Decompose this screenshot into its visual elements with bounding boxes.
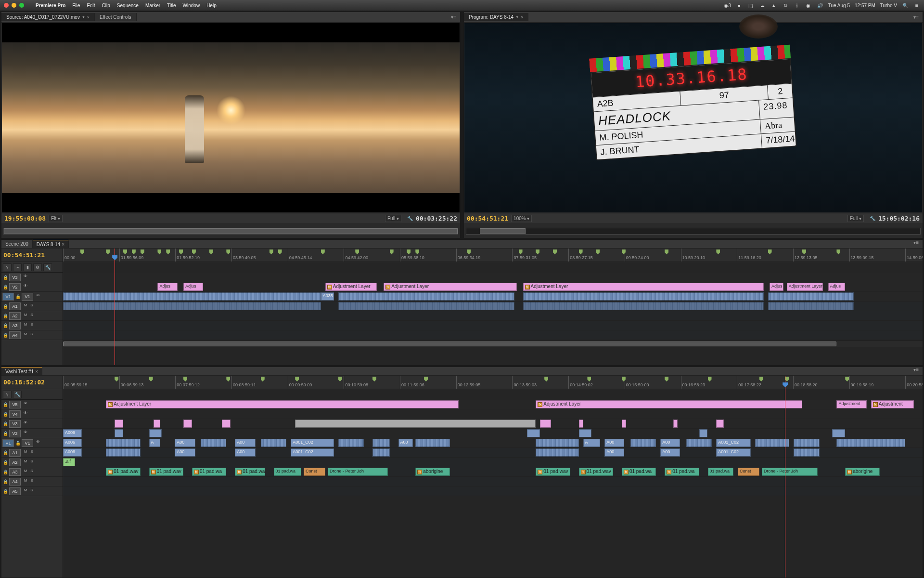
panel-menu-icon[interactable]: ▾≡: [447, 14, 460, 20]
video-clips[interactable]: [63, 292, 321, 301]
source-viewer[interactable]: [2, 23, 460, 212]
eye-icon[interactable]: 👁: [23, 411, 28, 418]
dropbox-icon[interactable]: ⬚: [747, 3, 754, 8]
clip[interactable]: [836, 439, 905, 447]
program-scrollbar[interactable]: [464, 223, 923, 238]
clip[interactable]: [415, 439, 449, 447]
menu-sequence[interactable]: Sequence: [117, 3, 139, 8]
clip[interactable]: [630, 439, 656, 447]
clip[interactable]: A006: [63, 448, 82, 457]
program-tab[interactable]: Program: DAYS 8-14 ▼ ×: [464, 13, 528, 21]
panel-menu-icon[interactable]: ▾≡: [910, 367, 923, 375]
record-icon[interactable]: ●: [736, 3, 743, 8]
clip-adjustment[interactable]: Adjus: [828, 283, 846, 291]
tab-vashi-test[interactable]: Vashi Test #1×: [1, 367, 42, 375]
clip[interactable]: [261, 439, 287, 447]
app-name[interactable]: Premiere Pro: [36, 3, 65, 8]
clip[interactable]: 01 pad.wa: [708, 468, 734, 476]
clip[interactable]: A00: [604, 448, 624, 457]
track-header-v3[interactable]: 🔒V3👁: [1, 273, 63, 282]
clip[interactable]: [716, 420, 724, 428]
audio-clips[interactable]: [523, 302, 764, 310]
track-v1[interactable]: A006 A A00 A00 A001_C02 A00 A: [63, 438, 923, 448]
tab-days-8-14[interactable]: DAYS 8-14×: [33, 240, 69, 248]
clip-adjustment[interactable]: fxAdjustment Layer: [536, 400, 802, 408]
menu-edit[interactable]: Edit: [87, 3, 95, 8]
clip-adjustment[interactable]: fxAdjustment Layer: [384, 283, 517, 291]
clip[interactable]: [106, 439, 140, 447]
video-clips[interactable]: [338, 292, 514, 301]
clip[interactable]: [115, 420, 123, 428]
settings-icon[interactable]: ⚙: [33, 263, 42, 271]
clip[interactable]: A: [149, 439, 160, 447]
clip[interactable]: Const: [738, 468, 759, 476]
track-a3[interactable]: [63, 321, 923, 330]
volume-icon[interactable]: 🔊: [817, 3, 823, 8]
clip[interactable]: [579, 420, 583, 428]
track-v1[interactable]: A035: [63, 292, 923, 302]
notifications-icon[interactable]: ≡: [913, 3, 920, 8]
tab-scene-200[interactable]: Scene 200: [1, 240, 33, 248]
clip[interactable]: fx01 pad.wav: [106, 468, 140, 476]
menu-file[interactable]: File: [72, 3, 80, 8]
minimize-window-icon[interactable]: [12, 3, 16, 8]
clip[interactable]: fxaborigine: [415, 468, 449, 476]
eye-icon[interactable]: 👁: [23, 420, 28, 427]
clip-adjustment[interactable]: fxAdjustment: [871, 400, 914, 408]
clip-adjustment[interactable]: Adjustment: [836, 400, 867, 408]
effect-controls-tab[interactable]: Effect Controls: [95, 13, 136, 21]
clip[interactable]: [115, 429, 123, 437]
clip[interactable]: [686, 439, 712, 447]
clip[interactable]: [527, 429, 540, 437]
snap-icon[interactable]: ⤣: [3, 391, 12, 398]
close-icon[interactable]: ×: [87, 15, 90, 20]
clip[interactable]: fx01 pad.wa: [665, 468, 699, 476]
track-header-v2[interactable]: 🔒V2👁: [1, 282, 63, 292]
wrench-icon[interactable]: 🔧: [870, 216, 875, 221]
track-header-a1[interactable]: 🔒A1MS: [1, 448, 63, 458]
close-icon[interactable]: ×: [521, 15, 523, 20]
cloud-icon[interactable]: ☁: [759, 3, 766, 8]
track-v4[interactable]: [63, 409, 923, 419]
source-timecode-dur[interactable]: 00:03:25:22: [416, 215, 457, 222]
snap-icon[interactable]: ⤣: [3, 263, 12, 271]
panel-menu-icon[interactable]: ▾≡: [910, 14, 923, 20]
track-v2[interactable]: A006: [63, 429, 923, 438]
track-v2[interactable]: Adjus Adjus fxAdjustment Layer fxAdjustm…: [63, 282, 923, 292]
track-a1[interactable]: [63, 302, 923, 311]
menu-window[interactable]: Window: [183, 3, 200, 8]
clip[interactable]: A00: [660, 439, 680, 447]
chevron-down-icon[interactable]: ▼: [82, 15, 85, 19]
clip[interactable]: [295, 420, 536, 428]
clip[interactable]: fx01 pad.wa: [192, 468, 226, 476]
track-header-v4[interactable]: 🔒V4👁: [1, 409, 63, 419]
track-v3[interactable]: [63, 273, 923, 282]
video-clips[interactable]: [523, 292, 764, 301]
clip[interactable]: fx01 pad.wa: [622, 468, 656, 476]
lock-icon[interactable]: 🔒: [15, 294, 21, 299]
sync-icon[interactable]: ↻: [782, 3, 789, 8]
clip[interactable]: A001_C02: [291, 439, 334, 447]
clip[interactable]: A006: [63, 439, 82, 447]
audio-clips[interactable]: [768, 302, 854, 310]
clip[interactable]: [699, 429, 708, 437]
track-a2[interactable]: [63, 311, 923, 321]
eye-icon[interactable]: 👁: [23, 401, 28, 408]
eye-icon[interactable]: 👁: [35, 440, 41, 447]
clip[interactable]: [832, 429, 845, 437]
track-v3[interactable]: [63, 419, 923, 429]
clip[interactable]: [149, 429, 162, 437]
program-resolution-select[interactable]: Full ▾: [847, 215, 864, 222]
window-controls[interactable]: [4, 3, 24, 8]
clip-adjustment[interactable]: fxAdjustment Layer: [106, 400, 458, 408]
track-v5[interactable]: fxAdjustment Layer fxAdjustment Layer Ad…: [63, 400, 923, 409]
clip[interactable]: A00: [398, 439, 413, 447]
clip[interactable]: A001_C02: [716, 439, 750, 447]
playhead[interactable]: [115, 249, 115, 365]
track-a5[interactable]: [63, 486, 923, 496]
wrench-icon[interactable]: 🔧: [13, 391, 22, 398]
clip[interactable]: [536, 439, 578, 447]
clip[interactable]: fx01 pad.wa: [235, 468, 265, 476]
clip-adjustment[interactable]: fxAdjustment Layer: [325, 283, 377, 291]
video-clips[interactable]: [768, 292, 854, 301]
